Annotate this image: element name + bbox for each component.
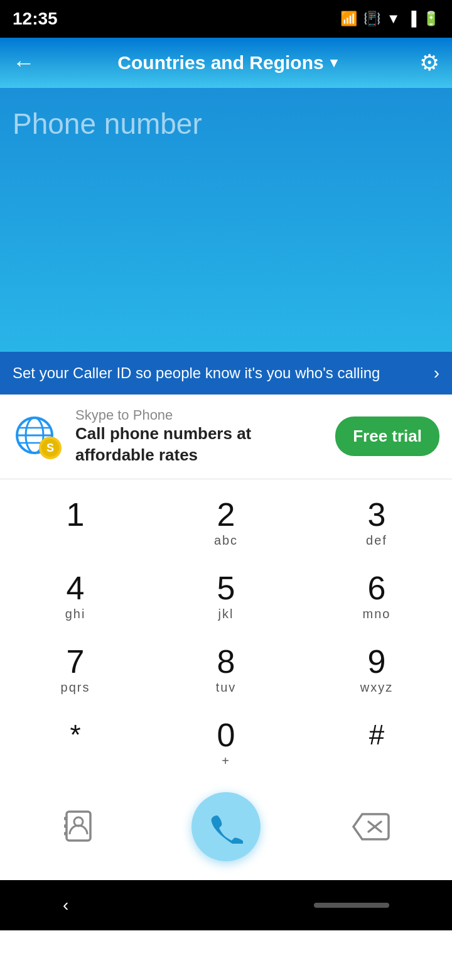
phone-number-area: Phone number <box>0 88 452 352</box>
dial-letters-6: mno <box>363 607 391 621</box>
delete-button[interactable] <box>347 802 397 852</box>
dial-key-2[interactable]: 2 abc <box>151 486 301 559</box>
dial-letters-4: ghi <box>65 607 86 621</box>
dial-key-star[interactable]: * <box>0 706 151 780</box>
call-button[interactable] <box>191 792 261 861</box>
header-title-group: Countries and Regions ▾ <box>117 52 336 74</box>
caller-id-text: Set your Caller ID so people know it's y… <box>13 364 380 382</box>
dialpad-row-2: 4 ghi 5 jkl 6 mno <box>0 559 452 633</box>
delete-icon <box>351 812 392 842</box>
wifi-icon: ▼ <box>387 11 401 27</box>
dial-digit-0: 0 <box>217 719 235 751</box>
dial-digit-9: 9 <box>368 645 386 678</box>
skype-label: Skype to Phone <box>75 407 323 423</box>
phone-number-display: Phone number <box>13 107 202 140</box>
dial-digit-3: 3 <box>368 498 386 531</box>
dial-key-3[interactable]: 3 def <box>301 486 452 559</box>
dial-key-4[interactable]: 4 ghi <box>0 559 151 633</box>
dial-digit-6: 6 <box>368 572 386 604</box>
dialpad-row-3: 7 pqrs 8 tuv 9 wxyz <box>0 633 452 706</box>
dial-digit-7: 7 <box>67 645 85 678</box>
signal-icon: ▐ <box>406 11 416 27</box>
svg-rect-10 <box>64 824 67 828</box>
dial-key-hash[interactable]: # <box>301 706 452 780</box>
nav-bar: ‹ <box>0 880 452 930</box>
dial-key-8[interactable]: 8 tuv <box>151 633 301 706</box>
dial-key-5[interactable]: 5 jkl <box>151 559 301 633</box>
status-icons: 📶 📳 ▼ ▐ 🔋 <box>340 11 439 27</box>
dialpad-row-4: * 0 + # <box>0 706 452 780</box>
skype-description: Call phone numbers at affordable rates <box>75 423 323 466</box>
dial-key-1[interactable]: 1 <box>0 486 151 559</box>
vibrate-icon: 📳 <box>363 11 380 27</box>
dial-digit-1: 1 <box>67 498 85 531</box>
dial-digit-5: 5 <box>217 572 235 604</box>
dial-letters-star <box>73 751 78 766</box>
svg-text:S: S <box>46 442 54 454</box>
dial-key-6[interactable]: 6 mno <box>301 559 452 633</box>
dial-letters-1 <box>73 533 78 548</box>
dial-letters-0: + <box>222 754 230 768</box>
contacts-button[interactable] <box>55 802 105 852</box>
dial-letters-7: pqrs <box>61 680 90 695</box>
dial-letters-2: abc <box>214 533 238 548</box>
dial-digit-2: 2 <box>217 498 235 531</box>
caller-id-banner[interactable]: Set your Caller ID so people know it's y… <box>0 352 452 395</box>
skype-to-phone-info: Skype to Phone Call phone numbers at aff… <box>75 407 323 466</box>
dial-letters-hash <box>374 751 379 766</box>
dial-letters-9: wxyz <box>360 680 393 695</box>
status-time: 12:35 <box>13 9 58 29</box>
bottom-actions <box>0 780 452 880</box>
svg-rect-11 <box>64 832 67 836</box>
dial-key-0[interactable]: 0 + <box>151 706 301 780</box>
page-title: Countries and Regions <box>117 52 323 74</box>
chevron-down-icon[interactable]: ▾ <box>330 55 337 71</box>
settings-button[interactable]: ⚙ <box>419 50 439 76</box>
header: ← Countries and Regions ▾ ⚙ <box>0 38 452 88</box>
dial-digit-4: 4 <box>67 572 85 604</box>
dial-letters-8: tuv <box>216 680 237 695</box>
dial-letters-5: jkl <box>218 607 234 621</box>
dial-key-7[interactable]: 7 pqrs <box>0 633 151 706</box>
skype-globe-icon: S <box>13 411 63 462</box>
dial-key-9[interactable]: 9 wxyz <box>301 633 452 706</box>
caller-id-arrow-icon: › <box>434 363 439 383</box>
nav-back-button[interactable]: ‹ <box>63 895 68 915</box>
dial-digit-hash: # <box>369 721 384 749</box>
free-trial-button[interactable]: Free trial <box>335 416 439 456</box>
dial-digit-8: 8 <box>217 645 235 678</box>
dialpad-row-1: 1 2 abc 3 def <box>0 486 452 559</box>
nav-home-pill[interactable] <box>314 903 389 908</box>
svg-rect-9 <box>64 817 67 820</box>
status-bar: 12:35 📶 📳 ▼ ▐ 🔋 <box>0 0 452 38</box>
skype-to-phone-section: S Skype to Phone Call phone numbers at a… <box>0 395 452 479</box>
call-icon <box>208 809 243 844</box>
dial-letters-3: def <box>366 533 387 548</box>
contacts-icon <box>62 808 99 846</box>
back-button[interactable]: ← <box>13 50 35 76</box>
bluetooth-icon: 📶 <box>340 11 357 27</box>
battery-icon: 🔋 <box>422 11 439 27</box>
dialpad: 1 2 abc 3 def 4 ghi 5 jkl 6 mno 7 pqrs <box>0 479 452 780</box>
dial-digit-star: * <box>70 721 80 749</box>
